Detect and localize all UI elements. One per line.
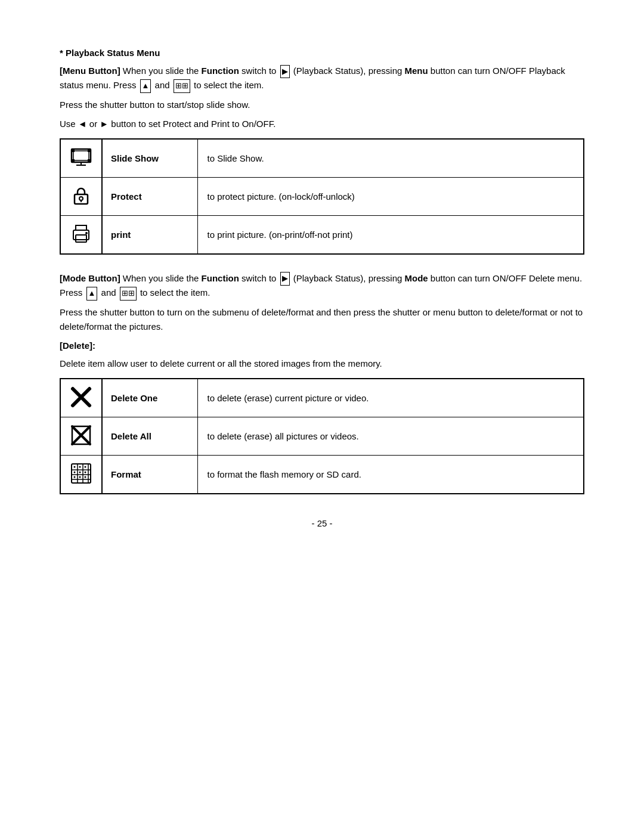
svg-rect-5: [72, 149, 75, 152]
protect-print-para: Use ◄ or ► button to set Protect and Pri…: [60, 117, 584, 131]
delete-table: Delete One to delete (erase) current pic…: [60, 378, 584, 494]
svg-point-27: [74, 466, 76, 467]
table-row: Slide Show to Slide Show.: [60, 139, 584, 178]
playback-icon-inline-2: ▶: [280, 272, 290, 286]
delete-all-icon: [69, 423, 93, 447]
up-arrow-icon-2: ▲: [86, 287, 98, 301]
svg-point-33: [74, 476, 76, 478]
svg-point-14: [85, 232, 88, 234]
format-icon: [69, 462, 93, 485]
format-label: Format: [102, 455, 197, 494]
delete-heading: [Delete]:: [60, 339, 584, 353]
protect-icon-cell: [60, 177, 102, 215]
playback-icon-inline: ▶: [280, 65, 290, 79]
grid-icon-inline: ⊞⊞: [174, 79, 190, 93]
table-row: print to print picture. (on-print/off-no…: [60, 215, 584, 254]
mode-button-section: [Mode Button] When you slide the Functio…: [60, 271, 584, 494]
up-arrow-icon: ▲: [140, 79, 151, 93]
print-icon-cell: [60, 215, 102, 254]
mode-button-label: [Mode Button]: [60, 273, 120, 283]
delete-one-icon-cell: [60, 379, 102, 417]
svg-point-31: [79, 471, 81, 473]
svg-point-32: [85, 471, 86, 473]
table-row: Delete All to delete (erase) all picture…: [60, 417, 584, 455]
delete-one-desc: to delete (erase) current picture or vid…: [197, 379, 584, 417]
shutter-slide-show-para: Press the shutter button to start/stop s…: [60, 98, 584, 112]
slideshow-label: Slide Show: [102, 139, 197, 178]
protect-desc: to protect picture. (on-lock/off-unlock): [197, 177, 584, 215]
table-row: Format to format the flash memory or SD …: [60, 455, 584, 494]
svg-point-29: [85, 466, 86, 467]
playback-status-heading: * Playback Status Menu: [60, 48, 584, 58]
svg-rect-8: [88, 159, 91, 162]
svg-rect-13: [76, 235, 86, 242]
playback-table: Slide Show to Slide Show. Protect to pro…: [60, 138, 584, 255]
menu-button-paragraph: [Menu Button] When you slide the Functio…: [60, 64, 584, 93]
svg-point-10: [79, 197, 83, 200]
slideshow-icon-cell: [60, 139, 102, 178]
format-desc: to format the flash memory or SD card.: [197, 455, 584, 494]
function-label-2: Function: [202, 273, 239, 283]
table-row: Protect to protect picture. (on-lock/off…: [60, 177, 584, 215]
mode-button-paragraph: [Mode Button] When you slide the Functio…: [60, 271, 584, 301]
protect-label: Protect: [102, 177, 197, 215]
function-label-1: Function: [202, 66, 239, 76]
page-number: - 25 -: [60, 518, 584, 528]
playback-status-section: * Playback Status Menu [Menu Button] Whe…: [60, 48, 584, 255]
protect-icon: [69, 184, 93, 208]
print-label: print: [102, 215, 197, 254]
svg-rect-7: [72, 159, 75, 162]
print-icon: [69, 222, 93, 246]
delete-desc-para: Delete item allow user to delete current…: [60, 357, 584, 371]
mode-label: Mode: [405, 273, 428, 283]
delete-one-icon: [69, 385, 93, 409]
print-desc: to print picture. (on-print/off-not prin…: [197, 215, 584, 254]
svg-rect-9: [75, 194, 88, 204]
submenu-para: Press the shutter button to turn on the …: [60, 305, 584, 334]
delete-one-label: Delete One: [102, 379, 197, 417]
slideshow-desc: to Slide Show.: [197, 139, 584, 178]
format-icon-cell: [60, 455, 102, 494]
delete-all-desc: to delete (erase) all pictures or videos…: [197, 417, 584, 455]
svg-point-30: [74, 471, 76, 473]
grid-icon-inline-2: ⊞⊞: [120, 287, 137, 301]
menu-label: Menu: [405, 66, 428, 76]
delete-all-icon-cell: [60, 417, 102, 455]
svg-point-35: [85, 476, 86, 478]
delete-all-label: Delete All: [102, 417, 197, 455]
svg-rect-1: [73, 151, 89, 160]
svg-point-34: [79, 476, 81, 478]
table-row: Delete One to delete (erase) current pic…: [60, 379, 584, 417]
svg-point-28: [79, 466, 81, 467]
slideshow-icon: [69, 145, 93, 169]
svg-rect-6: [88, 149, 91, 152]
menu-button-label: [Menu Button]: [60, 66, 120, 76]
